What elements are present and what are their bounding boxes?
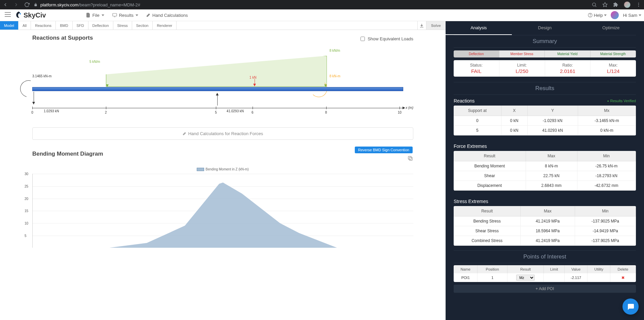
summary-heading: Summary (454, 35, 636, 48)
svg-marker-2 (603, 2, 607, 7)
summary-tab-material-strength[interactable]: Material Strength (591, 50, 636, 57)
chevron-down-icon (136, 14, 138, 16)
tab-sfd[interactable]: SFD (73, 21, 88, 30)
moment-right-label: 8 kN-m (330, 74, 340, 78)
point-load (253, 79, 256, 86)
tab-reactions[interactable]: Reactions (31, 21, 56, 30)
download-button[interactable] (418, 21, 426, 30)
poi-limit[interactable] (544, 273, 564, 282)
summary-tab-member-stress[interactable]: Member Stress (499, 50, 545, 57)
summary-tab-deflection[interactable]: Deflection (454, 50, 499, 57)
chat-icon (627, 303, 635, 311)
extensions-icon[interactable] (613, 2, 618, 7)
app-header: SkyCiv File Results Hand Calculations He… (0, 9, 644, 21)
back-icon[interactable] (3, 2, 8, 7)
summary-values: Status:FAIL Limit:L/250 Ratio:2.0161 Max… (454, 60, 636, 77)
hamburger-menu[interactable] (3, 10, 13, 20)
reload-icon[interactable] (24, 2, 30, 7)
svg-point-0 (593, 3, 596, 6)
poi-heading: Points of Interest (454, 250, 636, 263)
help-icon (588, 13, 593, 17)
results-verified-badge: Results Verified (607, 99, 636, 103)
poi-value: -2.117 (564, 273, 587, 282)
user-menu[interactable]: Hi Sam (623, 13, 641, 18)
stress-table: ResultMaxMinBending Stress41.2419 MPa-13… (454, 206, 636, 246)
tab-renderer[interactable]: Renderer (153, 21, 177, 30)
logo-icon (14, 11, 23, 19)
forward-icon[interactable] (13, 2, 19, 7)
solve-button[interactable]: Solve (426, 21, 446, 30)
svg-rect-14 (409, 157, 412, 160)
rp-tab-design[interactable]: Design (512, 21, 578, 35)
tab-section[interactable]: Section (132, 21, 153, 30)
reaction-right (216, 93, 219, 106)
tab-stress[interactable]: Stress (113, 21, 132, 30)
dist-load-left-label: 5 kN/m (89, 60, 100, 64)
poi-table: NamePosition ResultLimit ValueUtility De… (454, 265, 636, 282)
download-icon (420, 24, 424, 28)
chat-bubble[interactable] (622, 298, 639, 315)
menu-hand-calculations[interactable]: Hand Calculations (146, 13, 188, 18)
poi-position[interactable]: 1 (478, 273, 507, 282)
svg-point-13 (590, 16, 590, 16)
search-icon[interactable] (592, 2, 597, 7)
svg-point-5 (638, 6, 639, 6)
poi-result[interactable]: Mz (507, 273, 544, 282)
summary-tabs: Deflection Member Stress Material Yield … (454, 50, 636, 57)
show-equiv-input[interactable] (361, 37, 365, 41)
show-equiv-checkbox[interactable]: Show Equivalent Loads (361, 36, 413, 41)
axis-unit: x (m) (406, 106, 413, 110)
star-icon[interactable] (602, 2, 608, 7)
bmd-chart: 51015202530 (32, 174, 413, 248)
chevron-down-icon (639, 14, 641, 16)
beam (32, 87, 403, 91)
dist-load-right-label: 8 kN/m (330, 49, 340, 52)
reaction-left (32, 92, 35, 105)
add-poi-button[interactable]: + Add POI (454, 285, 636, 293)
browser-chrome: platform.skyciv.com/beam?preload_name=MD… (0, 0, 644, 9)
bmd-legend: Bending Moment in Z (kN-m) (2, 167, 444, 171)
reverse-bmd-button[interactable]: Reverse BMD Sign Convention (355, 147, 413, 153)
menu-results[interactable]: Results (112, 13, 138, 18)
moment-left-label: 3.1465 kN-m (32, 74, 51, 78)
tab-model[interactable]: Model (0, 21, 18, 30)
hand-calc-reactions-button[interactable]: Hand Calculations for Reaction Forces (32, 127, 413, 140)
logo[interactable]: SkyCiv (14, 11, 46, 19)
tab-deflection[interactable]: Deflection (88, 21, 113, 30)
left-panel: Model All Reactions BMD SFD Deflection S… (0, 21, 446, 320)
copy-icon[interactable] (407, 155, 413, 161)
svg-point-9 (20, 13, 21, 14)
reactions-diagram: 5 kN/m 8 kN/m 1 kN 3.1465 kN-m 8 kN-m (32, 44, 413, 140)
pencil-icon (146, 13, 150, 17)
kebab-menu-icon[interactable] (636, 2, 641, 7)
force-table: ResultMaxMinBending Moment8 kN-m-26.75 k… (454, 151, 636, 191)
bmd-title: Bending Moment Diagram (32, 151, 103, 157)
poi-delete-button[interactable]: ✖ (621, 276, 624, 280)
stress-section-label: Stress Extremes (446, 195, 644, 206)
chevron-down-icon (102, 14, 104, 16)
rp-tab-analysis[interactable]: Analysis (446, 21, 512, 35)
tab-bmd[interactable]: BMD (56, 21, 72, 30)
svg-rect-15 (408, 156, 411, 159)
logo-text: SkyCiv (24, 11, 46, 19)
summary-tab-material-yield[interactable]: Material Yield (545, 50, 591, 57)
pencil-icon (183, 132, 186, 135)
monitor-icon (112, 13, 117, 17)
x-axis: x (m) 0 2 5 6 8 10 (32, 108, 413, 118)
results-heading: Results (454, 82, 636, 95)
user-avatar[interactable] (611, 11, 619, 19)
tab-all[interactable]: All (18, 21, 31, 30)
poi-name[interactable]: POI1 (454, 273, 478, 282)
reactions-title: Reactions at Supports (32, 35, 93, 41)
help-menu[interactable]: Help (588, 13, 607, 18)
lock-icon (34, 3, 38, 7)
chevron-down-icon (604, 14, 607, 16)
point-load-label: 1 kN (250, 76, 257, 79)
reactions-section-label: Reactions Results Verified (446, 95, 644, 106)
svg-rect-10 (113, 13, 117, 16)
menu-file[interactable]: File (86, 13, 104, 18)
rp-tab-optimize[interactable]: Optimize (578, 21, 644, 35)
browser-profile-avatar[interactable] (624, 1, 631, 8)
view-tabs: Model All Reactions BMD SFD Deflection S… (0, 21, 446, 30)
force-section-label: Force Extremes (446, 140, 644, 151)
